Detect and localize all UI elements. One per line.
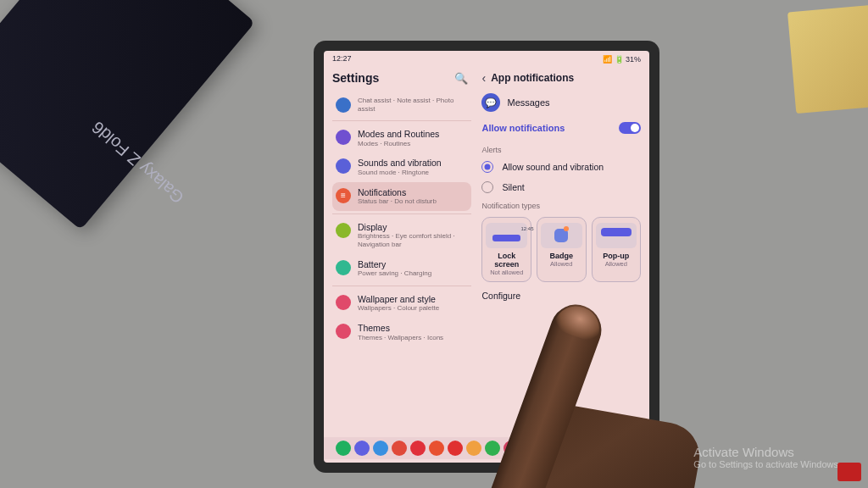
- card-sub: Allowed: [596, 260, 637, 268]
- popup-preview-icon: [596, 223, 637, 248]
- settings-item-sub: Status bar · Do not disturb: [358, 197, 468, 206]
- taskbar-app-icon[interactable]: [466, 441, 481, 456]
- app-row[interactable]: 💬 Messages: [481, 93, 641, 112]
- alerts-heading: Alerts: [481, 146, 641, 154]
- settings-item-label: Notifications: [358, 187, 468, 198]
- divider: [332, 120, 471, 121]
- settings-item-display[interactable]: Display Brightness · Eye comfort shield …: [332, 217, 471, 254]
- settings-item-label: Battery: [358, 259, 468, 270]
- status-tray: 📶 🔋 31%: [603, 54, 641, 64]
- taskbar-app-icon[interactable]: [392, 441, 407, 456]
- settings-item-sub: Brightness · Eye comfort shield · Naviga…: [358, 232, 468, 248]
- taskbar-app-icon[interactable]: [354, 441, 370, 456]
- wood-block: [787, 5, 868, 114]
- back-icon[interactable]: ‹: [481, 71, 486, 85]
- sound-icon: [336, 158, 351, 174]
- app-name: Messages: [507, 97, 549, 108]
- corner-badge-icon: [837, 463, 861, 481]
- settings-item-themes[interactable]: Themes Themes · Wallpapers · Icons: [332, 318, 471, 347]
- settings-item-label: Sounds and vibration: [358, 158, 468, 169]
- settings-item-label: Wallpaper and style: [358, 294, 468, 305]
- search-icon[interactable]: 🔍: [454, 72, 468, 85]
- allow-notifications-toggle[interactable]: [619, 122, 641, 134]
- allow-notifications-label: Allow notifications: [481, 123, 565, 133]
- settings-item-sounds[interactable]: Sounds and vibration Sound mode · Ringto…: [332, 152, 471, 181]
- settings-item-sub: Wallpapers · Colour palette: [358, 304, 468, 313]
- taskbar-app-icon[interactable]: [373, 441, 388, 456]
- type-card-badge[interactable]: Badge Allowed: [537, 217, 587, 282]
- badge-preview-icon: [541, 223, 582, 248]
- windows-watermark: Activate Windows Go to Settings to activ…: [693, 445, 841, 469]
- watermark-line2: Go to Settings to activate Windows.: [693, 459, 841, 469]
- configure-label[interactable]: Configure: [481, 291, 641, 301]
- card-name: Lock screen: [486, 252, 527, 269]
- lock-preview-icon: [486, 223, 527, 248]
- radio-label: Silent: [502, 182, 524, 192]
- card-name: Pop-up: [596, 252, 637, 260]
- product-box: [0, 0, 255, 230]
- radio-label: Allow sound and vibration: [502, 162, 604, 172]
- detail-title: App notifications: [491, 72, 574, 84]
- settings-item-sub: Power saving · Charging: [358, 269, 468, 278]
- types-heading: Notification types: [481, 202, 641, 210]
- taskbar-app-icon[interactable]: [429, 441, 444, 456]
- radio-icon: [481, 161, 493, 173]
- notifications-icon: ≡: [336, 188, 351, 203]
- display-icon: [336, 223, 351, 238]
- settings-item-label: Modes and Routines: [358, 129, 468, 140]
- taskbar-app-icon[interactable]: [336, 441, 351, 456]
- radio-icon: [481, 181, 493, 193]
- settings-item-label: Display: [358, 222, 468, 233]
- taskbar: [324, 437, 649, 459]
- settings-pane: Settings 🔍 Chat assist · Note assist · P…: [324, 64, 476, 463]
- screen: 12:27 📶 🔋 31% Settings 🔍 Chat assist · N…: [324, 51, 649, 463]
- settings-item-notifications[interactable]: ≡ Notifications Status bar · Do not dist…: [332, 182, 471, 211]
- detail-pane: ‹ App notifications 💬 Messages Allow not…: [476, 64, 649, 463]
- type-card-lock-screen[interactable]: Lock screen Not allowed: [481, 217, 531, 282]
- themes-icon: [336, 324, 351, 339]
- settings-item-sub: Sound mode · Ringtone: [358, 169, 468, 177]
- status-time: 12:27: [332, 54, 352, 64]
- card-sub: Not allowed: [486, 269, 527, 276]
- settings-item-label: Chat assist · Note assist · Photo assist: [358, 97, 468, 113]
- star-icon: [336, 97, 351, 113]
- tablet-device: 12:27 📶 🔋 31% Settings 🔍 Chat assist · N…: [314, 41, 659, 473]
- type-card-popup[interactable]: Pop-up Allowed: [592, 217, 642, 282]
- taskbar-app-icon[interactable]: [410, 441, 426, 456]
- status-battery: 31%: [626, 55, 641, 64]
- settings-item-battery[interactable]: Battery Power saving · Charging: [332, 254, 471, 283]
- taskbar-app-icon[interactable]: [448, 441, 463, 456]
- taskbar-app-icon[interactable]: [504, 441, 519, 456]
- card-name: Badge: [541, 252, 582, 260]
- messages-app-icon: 💬: [481, 93, 500, 112]
- settings-item-wallpaper[interactable]: Wallpaper and style Wallpapers · Colour …: [332, 289, 471, 318]
- wallpaper-icon: [336, 295, 351, 310]
- status-bar: 12:27 📶 🔋 31%: [324, 51, 649, 64]
- settings-item-chat-assist[interactable]: Chat assist · Note assist · Photo assist: [332, 92, 471, 118]
- card-sub: Allowed: [541, 260, 582, 268]
- watermark-line1: Activate Windows: [693, 445, 841, 459]
- settings-title: Settings: [332, 71, 379, 85]
- settings-item-sub: Modes · Routines: [358, 140, 468, 148]
- settings-item-label: Themes: [358, 323, 468, 334]
- taskbar-app-icon[interactable]: [485, 441, 500, 456]
- divider: [332, 286, 471, 286]
- alerts-option-sound[interactable]: Allow sound and vibration: [481, 161, 641, 173]
- divider: [332, 214, 471, 214]
- settings-item-sub: Themes · Wallpapers · Icons: [358, 334, 468, 342]
- alerts-option-silent[interactable]: Silent: [481, 181, 641, 193]
- settings-item-modes[interactable]: Modes and Routines Modes · Routines: [332, 124, 471, 152]
- modes-icon: [336, 130, 351, 145]
- status-icons: 📶 🔋: [603, 55, 624, 64]
- battery-icon: [336, 260, 351, 275]
